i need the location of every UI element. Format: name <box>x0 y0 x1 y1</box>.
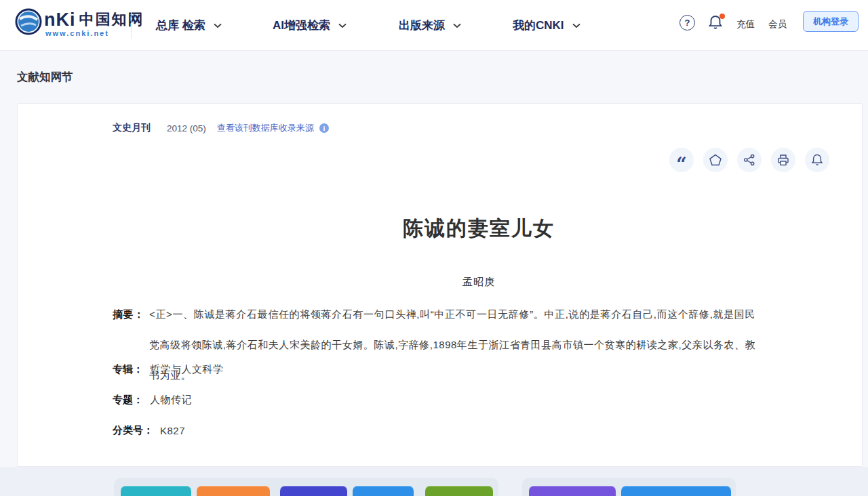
action-button-1[interactable] <box>121 486 191 496</box>
logo-chinese-name: 中国知网 <box>79 9 144 30</box>
journal-link[interactable]: 文史月刊 <box>113 122 151 134</box>
help-icon[interactable]: ? <box>679 15 695 30</box>
nav-item-label: AI增强检索 <box>273 18 330 33</box>
article-card: 文史月刊 2012 (05) 查看该刊数据库收录来源 i “ <box>17 103 863 467</box>
alert-icon[interactable] <box>805 148 829 172</box>
print-icon[interactable] <box>771 148 795 172</box>
cnki-globe-icon <box>15 8 42 35</box>
favorite-icon[interactable] <box>703 148 728 172</box>
logo-url-text: www.cnki.net <box>45 29 144 37</box>
action-button-7[interactable] <box>621 486 731 496</box>
abstract-label: 摘要： <box>113 299 144 329</box>
chevron-down-icon <box>572 23 580 28</box>
nav-divider <box>131 12 132 39</box>
download-button-group-2 <box>522 478 736 496</box>
recharge-link[interactable]: 充值 <box>736 18 755 30</box>
logo-latin-text: nKi <box>44 9 76 30</box>
abstract-section: 摘要： <正>一、陈诚是蒋介石最信任的将领蒋介石有一句口头禅,叫“中正不可一日无… <box>113 299 755 390</box>
nav-item-my-cnki[interactable]: 我的CNKI <box>513 0 580 51</box>
field-value[interactable]: 人物传记 <box>150 394 192 407</box>
breadcrumb: 文献知网节 <box>17 70 73 85</box>
member-link[interactable]: 会员 <box>768 18 787 30</box>
action-button-2[interactable] <box>197 486 270 496</box>
org-login-button[interactable]: 机构登录 <box>803 11 859 32</box>
download-button-group-1 <box>114 478 498 496</box>
top-navbar: nKi 中国知网 www.cnki.net 总库 检索 AI增强检索 出版来源 … <box>0 0 868 51</box>
field-value[interactable]: 哲学与人文科学 <box>150 363 224 376</box>
journal-issue: 2012 (05) <box>167 123 206 133</box>
field-label: 专题： <box>113 394 143 407</box>
article-action-bar: “ <box>669 148 829 172</box>
field-topic: 专题： 人物传记 <box>113 393 192 407</box>
author-link[interactable]: 孟昭庚 <box>113 276 845 289</box>
nav-item-publication-source[interactable]: 出版来源 <box>399 0 461 51</box>
nav-item-ai-search[interactable]: AI增强检索 <box>273 0 347 51</box>
abstract-text: <正>一、陈诚是蒋介石最信任的将领蒋介石有一句口头禅,叫“中正不可一日无辞修”。… <box>149 308 755 381</box>
cnki-logo[interactable]: nKi 中国知网 www.cnki.net <box>15 8 144 37</box>
action-button-6[interactable] <box>529 486 616 496</box>
nav-item-label: 我的CNKI <box>513 18 564 33</box>
field-classification: 分类号： K827 <box>113 423 185 437</box>
cite-icon[interactable]: “ <box>669 148 694 172</box>
page-title: 陈诚的妻室儿女 <box>113 215 845 243</box>
field-label: 专辑： <box>113 363 143 376</box>
field-value: K827 <box>160 425 185 436</box>
notification-bell-icon[interactable] <box>707 14 725 33</box>
download-section <box>0 467 868 496</box>
field-label: 分类号： <box>113 424 153 437</box>
action-button-5[interactable] <box>425 486 493 496</box>
journal-source-link[interactable]: 查看该刊数据库收录来源 <box>217 122 314 134</box>
chevron-down-icon <box>214 23 222 28</box>
nav-item-search[interactable]: 总库 检索 <box>156 0 222 51</box>
chevron-down-icon <box>453 23 461 28</box>
action-button-4[interactable] <box>353 486 414 496</box>
action-button-3[interactable] <box>280 486 347 496</box>
nav-item-label: 总库 检索 <box>156 18 205 33</box>
info-icon[interactable]: i <box>319 123 329 133</box>
share-icon[interactable] <box>737 148 762 172</box>
source-row: 文史月刊 2012 (05) 查看该刊数据库收录来源 i <box>113 122 329 134</box>
nav-item-label: 出版来源 <box>399 18 445 33</box>
chevron-down-icon <box>338 23 347 28</box>
notification-dot <box>719 14 725 19</box>
field-album: 专辑： 哲学与人文科学 <box>113 363 224 376</box>
